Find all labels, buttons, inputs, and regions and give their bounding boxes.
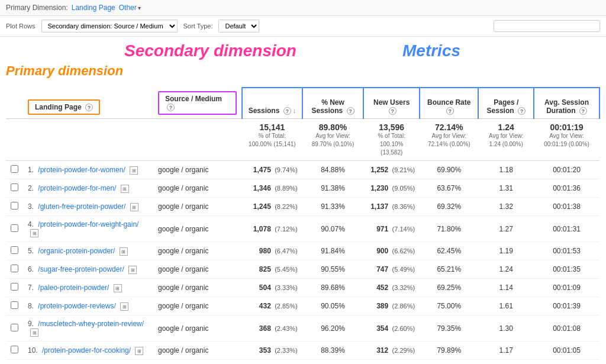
page-external-link-icon[interactable]: ⊞ — [130, 166, 138, 175]
row-checkbox[interactable] — [11, 202, 18, 210]
table-row: 7. /paleo-protein-powder/ ⊞ google / org… — [6, 279, 599, 297]
page-link[interactable]: /protein-powder-for-women/ — [38, 166, 125, 174]
totals-new-users: 13,596 % of Total: 100.10% (13,582) — [363, 119, 420, 161]
row-new-users: 1,230 (9.05%) — [363, 179, 420, 198]
page-external-link-icon[interactable]: ⊞ — [114, 284, 122, 292]
page-external-link-icon[interactable]: ⊞ — [135, 347, 143, 355]
bounce-rate-header[interactable]: Bounce Rate ? — [420, 88, 478, 119]
row-checkbox[interactable] — [11, 165, 18, 173]
page-external-link-icon[interactable]: ⊞ — [120, 247, 128, 256]
row-checkbox[interactable] — [11, 283, 18, 291]
landing-page-help-icon[interactable]: ? — [85, 104, 93, 111]
totals-pages-session: 1.24 Avg for View: 1.24 (0.00%) — [478, 119, 534, 161]
row-landing-page: 9. /muscletech-whey-protein-review/ ⊞ — [23, 315, 153, 342]
row-checkbox[interactable] — [11, 224, 18, 232]
pct-new-help-icon[interactable]: ? — [347, 107, 354, 115]
totals-dim-cell — [23, 119, 242, 161]
row-source-medium: google / organic — [153, 216, 242, 242]
other-dropdown[interactable]: Other ▾ — [119, 4, 141, 12]
table-row: 6. /sugar-free-protein-powder/ ⊞ google … — [6, 260, 599, 279]
avg-session-header[interactable]: Avg. Session Duration ? — [534, 88, 599, 119]
metrics-annotation: Metrics — [402, 41, 460, 60]
page-external-link-icon[interactable]: ⊞ — [128, 266, 137, 274]
row-checkbox[interactable] — [11, 183, 18, 191]
row-checkbox-cell — [6, 216, 23, 242]
row-checkbox-cell — [6, 260, 23, 279]
landing-page-box: Landing Page ? — [28, 99, 100, 115]
row-pct-new: 89.68% — [302, 279, 364, 297]
row-checkbox[interactable] — [11, 301, 18, 309]
totals-sessions: 15,141 % of Total: 100.00% (15,141) — [242, 119, 302, 161]
source-medium-help-icon[interactable]: ? — [167, 104, 175, 111]
pct-new-sessions-header[interactable]: % New Sessions ? — [302, 88, 364, 119]
row-new-users: 452 (3.32%) — [363, 279, 420, 297]
row-new-users: 389 (2.86%) — [363, 297, 420, 315]
page-link[interactable]: /muscletech-whey-protein-review/ — [38, 320, 144, 328]
row-checkbox-cell — [6, 179, 23, 198]
bounce-rate-help-icon[interactable]: ? — [446, 107, 454, 115]
row-pct-new: 90.05% — [302, 297, 364, 315]
row-sessions: 980 (6.47%) — [242, 242, 302, 260]
annotation-area: Secondary dimension Metrics Primary dime… — [0, 37, 606, 87]
row-source-medium: google / organic — [153, 279, 242, 297]
row-checkbox-cell — [6, 342, 23, 360]
primary-dim-label: Primary Dimension: — [6, 4, 68, 12]
row-pages-session: 1.17 — [478, 342, 534, 360]
page-link[interactable]: /paleo-protein-powder/ — [38, 284, 109, 292]
new-users-help-icon[interactable]: ? — [389, 107, 397, 115]
page-link[interactable]: /protein-powder-reviews/ — [38, 302, 115, 310]
row-bounce-rate: 75.00% — [420, 297, 478, 315]
table-row: 3. /gluten-free-protein-powder/ ⊞ google… — [6, 198, 599, 216]
row-bounce-rate: 69.25% — [420, 279, 478, 297]
row-pct-new: 90.07% — [302, 216, 364, 242]
pages-session-help-icon[interactable]: ? — [518, 107, 526, 115]
row-avg-session: 00:01:05 — [534, 342, 599, 360]
totals-avg-session: 00:01:19 Avg for View: 00:01:19 (0.00%) — [534, 119, 599, 161]
totals-row: 15,141 % of Total: 100.00% (15,141) 89.8… — [6, 119, 599, 161]
page-external-link-icon[interactable]: ⊞ — [121, 185, 129, 193]
row-pct-new: 91.33% — [302, 198, 364, 216]
row-checkbox[interactable] — [11, 346, 18, 353]
sessions-help-icon[interactable]: ? — [283, 107, 291, 115]
search-input[interactable] — [494, 20, 600, 32]
row-bounce-rate: 65.21% — [420, 260, 478, 279]
row-landing-page: 6. /sugar-free-protein-powder/ ⊞ — [23, 260, 153, 279]
row-pages-session: 1.18 — [478, 161, 534, 179]
secondary-dim-select[interactable]: Secondary dimension: Source / Medium — [41, 20, 178, 33]
other-link[interactable]: Other — [119, 4, 137, 12]
row-checkbox[interactable] — [11, 324, 18, 331]
page-external-link-icon[interactable]: ⊞ — [120, 302, 128, 311]
row-sessions: 1,245 (8.22%) — [242, 198, 302, 216]
page-link[interactable]: /sugar-free-protein-powder/ — [38, 265, 124, 273]
row-sessions: 825 (5.45%) — [242, 260, 302, 279]
row-new-users: 900 (6.62%) — [363, 242, 420, 260]
row-checkbox-cell — [6, 315, 23, 342]
row-checkbox[interactable] — [11, 265, 18, 272]
row-checkbox[interactable] — [11, 246, 18, 254]
page-link[interactable]: /protein-powder-for-cooking/ — [42, 346, 131, 355]
checkbox-header — [6, 88, 23, 119]
page-link[interactable]: /protein-powder-for-men/ — [38, 184, 116, 192]
page-link[interactable]: /organic-protein-powder/ — [38, 247, 115, 255]
page-external-link-icon[interactable]: ⊞ — [30, 229, 38, 237]
row-bounce-rate: 79.89% — [420, 342, 478, 360]
row-pages-session: 1.24 — [478, 260, 534, 279]
row-number: 1. — [28, 166, 34, 174]
page-link[interactable]: /protein-powder-for-weight-gain/ — [38, 220, 138, 228]
sort-type-select[interactable]: Default — [218, 20, 259, 33]
plot-rows-button[interactable]: Plot Rows — [6, 22, 36, 30]
page-external-link-icon[interactable]: ⊞ — [30, 328, 38, 337]
page-external-link-icon[interactable]: ⊞ — [130, 203, 138, 211]
sessions-header[interactable]: Sessions ? ↓ — [242, 88, 302, 119]
row-source-medium: google / organic — [153, 297, 242, 315]
new-users-header[interactable]: New Users ? — [363, 88, 420, 119]
page-link[interactable]: /gluten-free-protein-powder/ — [38, 202, 125, 211]
row-bounce-rate: 69.32% — [420, 198, 478, 216]
pages-session-header[interactable]: Pages / Session ? — [478, 88, 534, 119]
data-table-wrapper: Landing Page ? Source / Medium ? Session… — [0, 87, 606, 360]
avg-session-help-icon[interactable]: ? — [579, 107, 587, 115]
landing-page-link[interactable]: Landing Page — [72, 4, 115, 12]
table-row: 4. /protein-powder-for-weight-gain/ ⊞ go… — [6, 216, 599, 242]
row-sessions: 432 (2.85%) — [242, 297, 302, 315]
row-source-medium: google / organic — [153, 242, 242, 260]
